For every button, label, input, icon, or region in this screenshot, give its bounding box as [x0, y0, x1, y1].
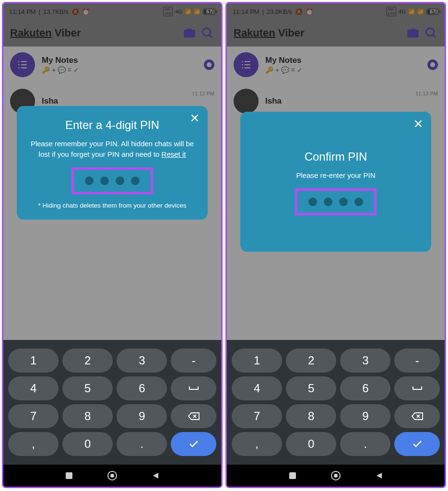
chat-name: My Notes: [265, 56, 421, 65]
app-title: Rakuten Viber: [234, 27, 305, 39]
key-8[interactable]: 8: [286, 404, 336, 428]
pin-dot: [100, 176, 109, 185]
reset-link[interactable]: Reset it: [162, 150, 186, 158]
svg-point-2: [207, 62, 212, 67]
battery-icon: 67: [203, 9, 215, 15]
svg-line-1: [210, 35, 212, 38]
search-icon[interactable]: [424, 26, 438, 40]
phone-left: 11:14 PM | 13.7KB/s 🔕 ⏰ VOLTE 4G 📶 📶 67 …: [2, 2, 223, 488]
status-speed: 13.7KB/s: [43, 8, 69, 15]
key-backspace[interactable]: [171, 404, 216, 428]
chat-badge-icon: [204, 59, 214, 70]
key-4[interactable]: 4: [8, 376, 59, 400]
numeric-keypad: 1 2 3 - 4 5 6 7 8 9 , 0 .: [227, 340, 445, 465]
key-5[interactable]: 5: [62, 376, 113, 400]
alarm-icon: ⏰: [306, 8, 313, 15]
signal-icon: 📶: [408, 9, 415, 15]
nav-bar: [3, 465, 221, 487]
key-3[interactable]: 3: [340, 349, 390, 373]
pin-modal: Confirm PIN Please re-enter your PIN: [240, 112, 431, 252]
nav-recent-icon[interactable]: [288, 471, 297, 480]
key-5[interactable]: 5: [286, 376, 336, 400]
nav-home-icon[interactable]: [107, 470, 118, 481]
app-header: Rakuten Viber: [3, 20, 221, 47]
camera-icon[interactable]: [183, 26, 196, 40]
signal-icon: 📶: [185, 9, 191, 15]
status-time: 11:14 PM: [233, 8, 259, 15]
avatar-notes: [234, 52, 259, 77]
modal-title: Confirm PIN: [251, 150, 421, 164]
key-comma[interactable]: ,: [232, 432, 282, 456]
numeric-keypad: 1 2 3 - 4 5 6 7 8 9 , 0 .: [3, 340, 221, 465]
key-2[interactable]: 2: [286, 349, 336, 373]
pin-modal: Enter a 4-digit PIN Please remember your…: [17, 106, 208, 220]
key-confirm[interactable]: [394, 432, 440, 456]
chat-sub: 🔑 + 💬 = ✓: [42, 66, 197, 74]
key-space[interactable]: [394, 376, 440, 400]
nav-recent-icon[interactable]: [65, 471, 73, 480]
key-2[interactable]: 2: [62, 349, 113, 373]
key-period[interactable]: .: [340, 432, 390, 456]
key-7[interactable]: 7: [232, 404, 282, 428]
modal-subtitle: Please re-enter your PIN: [251, 170, 421, 181]
key-8[interactable]: 8: [62, 404, 113, 428]
signal-icon-2: 📶: [194, 9, 200, 15]
svg-point-19: [334, 474, 338, 478]
key-dash[interactable]: -: [394, 349, 440, 373]
app-title: Rakuten Viber: [10, 27, 81, 39]
key-1[interactable]: 1: [232, 349, 282, 373]
nav-back-icon[interactable]: [375, 471, 383, 480]
app-header: Rakuten Viber: [227, 20, 445, 47]
key-0[interactable]: 0: [286, 432, 336, 456]
alarm-icon: ⏰: [82, 8, 90, 15]
chat-item-mynotes[interactable]: My Notes 🔑 + 💬 = ✓: [227, 47, 445, 83]
key-period[interactable]: .: [117, 432, 167, 456]
pin-dot: [308, 198, 317, 206]
pin-dot: [339, 198, 348, 206]
chat-list: My Notes 🔑 + 💬 = ✓ Isha 11:13 PM Confirm…: [227, 47, 445, 340]
key-1[interactable]: 1: [8, 349, 59, 373]
key-6[interactable]: 6: [117, 376, 167, 400]
modal-note: * Hiding chats deletes them from your ot…: [27, 202, 197, 209]
chat-time: 11:13 PM: [415, 91, 438, 96]
nav-bar: [227, 465, 445, 487]
search-icon[interactable]: [201, 26, 214, 40]
chat-sub: 🔑 + 💬 = ✓: [265, 66, 421, 74]
close-icon[interactable]: [413, 118, 424, 129]
pin-input[interactable]: [71, 167, 153, 194]
key-comma[interactable]: ,: [8, 432, 59, 456]
alarm-mute-icon: 🔕: [295, 8, 303, 15]
volte-icon: VOLTE: [163, 7, 173, 16]
nav-home-icon[interactable]: [330, 470, 341, 481]
key-6[interactable]: 6: [340, 376, 390, 400]
modal-title: Enter a 4-digit PIN: [27, 118, 197, 132]
nav-back-icon[interactable]: [151, 471, 160, 480]
key-4[interactable]: 4: [232, 376, 282, 400]
key-confirm[interactable]: [171, 432, 216, 456]
net-icon: 4G: [175, 9, 182, 14]
chat-item-mynotes[interactable]: My Notes 🔑 + 💬 = ✓: [3, 47, 221, 83]
avatar-notes: [10, 52, 35, 77]
status-bar: 11:14 PM | 23.0KB/s 🔕 ⏰ VOLTE 4G 📶 📶 67: [227, 3, 445, 20]
pin-dot: [324, 198, 332, 206]
camera-icon[interactable]: [406, 26, 420, 40]
key-7[interactable]: 7: [8, 404, 59, 428]
key-space[interactable]: [171, 376, 216, 400]
chat-name: Isha: [265, 96, 409, 106]
pin-dot: [85, 176, 94, 185]
key-dash[interactable]: -: [171, 349, 216, 373]
key-9[interactable]: 9: [340, 404, 390, 428]
chat-badge-icon: [427, 59, 438, 70]
svg-line-11: [433, 35, 436, 38]
key-3[interactable]: 3: [117, 349, 167, 373]
close-icon[interactable]: [189, 113, 200, 123]
chat-name: My Notes: [42, 56, 197, 65]
key-9[interactable]: 9: [117, 404, 167, 428]
svg-point-9: [110, 474, 114, 478]
pin-dot: [354, 198, 363, 206]
avatar: [234, 89, 259, 114]
key-0[interactable]: 0: [62, 432, 113, 456]
pin-input[interactable]: [295, 188, 377, 215]
key-backspace[interactable]: [394, 404, 440, 428]
chat-list: My Notes 🔑 + 💬 = ✓ Isha 11:13 PM Enter a…: [3, 47, 221, 340]
